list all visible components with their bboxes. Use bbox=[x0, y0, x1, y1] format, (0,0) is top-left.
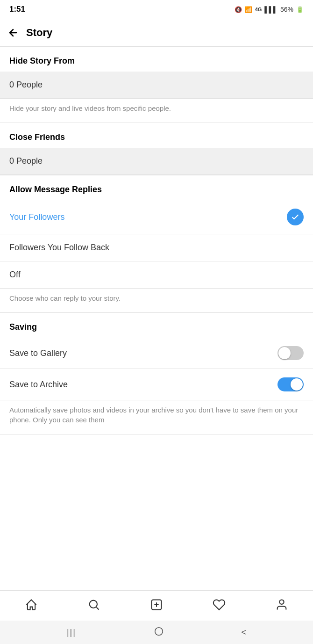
profile-icon bbox=[275, 598, 288, 613]
main-content: Hide Story From 0 People Hide your story… bbox=[0, 47, 313, 590]
search-icon bbox=[87, 598, 100, 613]
followers-you-follow-back-text: Followers You Follow Back bbox=[9, 243, 109, 253]
close-friends-label: Close Friends bbox=[9, 132, 65, 142]
page-title: Story bbox=[26, 27, 52, 39]
hide-story-people-item[interactable]: 0 People bbox=[0, 72, 313, 99]
allow-message-replies-description: Choose who can reply to your story. bbox=[0, 289, 313, 313]
bars-icon: ▌▌▌ bbox=[264, 6, 277, 13]
saving-section-header: Saving bbox=[0, 313, 313, 338]
nav-home[interactable] bbox=[0, 598, 63, 613]
save-to-gallery-toggle-knob bbox=[278, 347, 291, 359]
android-menu-button[interactable]: ||| bbox=[67, 628, 76, 637]
header: Story bbox=[0, 19, 313, 47]
save-to-gallery-item[interactable]: Save to Gallery bbox=[0, 338, 313, 369]
status-time: 1:51 bbox=[9, 5, 25, 14]
followers-you-follow-back-item[interactable]: Followers You Follow Back bbox=[0, 234, 313, 261]
nav-search[interactable] bbox=[63, 598, 125, 613]
selected-check-icon bbox=[287, 209, 304, 225]
signal-icon: 📶 bbox=[245, 6, 252, 13]
off-text: Off bbox=[9, 270, 21, 280]
svg-point-2 bbox=[279, 600, 284, 604]
svg-rect-3 bbox=[155, 627, 163, 635]
close-friends-section-header: Close Friends bbox=[0, 123, 313, 148]
add-icon bbox=[150, 598, 163, 613]
save-to-gallery-toggle[interactable] bbox=[277, 346, 304, 360]
android-home-button[interactable] bbox=[154, 626, 164, 639]
home-icon bbox=[25, 598, 38, 613]
save-to-archive-text: Save to Archive bbox=[9, 380, 68, 390]
android-nav-bar: ||| < bbox=[0, 621, 313, 644]
save-to-archive-toggle[interactable] bbox=[277, 377, 304, 391]
status-icons: 🔇 📶 4G ▌▌▌ 56% 🔋 bbox=[235, 6, 304, 13]
saving-description: Automatically save photos and videos in … bbox=[0, 400, 313, 434]
heart-icon bbox=[213, 598, 226, 613]
allow-message-replies-label: Allow Message Replies bbox=[9, 185, 102, 194]
status-bar: 1:51 🔇 📶 4G ▌▌▌ 56% 🔋 bbox=[0, 0, 313, 19]
android-back-button[interactable]: < bbox=[242, 628, 247, 637]
your-followers-text: Your Followers bbox=[9, 212, 64, 222]
back-button[interactable] bbox=[7, 27, 19, 38]
off-item[interactable]: Off bbox=[0, 261, 313, 289]
mute-icon: 🔇 bbox=[235, 6, 242, 13]
battery-text: 56% bbox=[280, 6, 293, 13]
hide-story-description: Hide your story and live videos from spe… bbox=[0, 99, 313, 123]
allow-message-replies-section-header: Allow Message Replies bbox=[0, 175, 313, 200]
your-followers-item[interactable]: Your Followers bbox=[0, 200, 313, 234]
nav-profile[interactable] bbox=[250, 598, 313, 613]
bottom-nav bbox=[0, 590, 313, 621]
network-icon: 4G bbox=[255, 7, 262, 12]
save-to-gallery-text: Save to Gallery bbox=[9, 348, 67, 358]
nav-heart[interactable] bbox=[188, 598, 250, 613]
close-friends-people-item[interactable]: 0 People bbox=[0, 148, 313, 175]
save-to-archive-item[interactable]: Save to Archive bbox=[0, 369, 313, 400]
close-friends-count: 0 People bbox=[9, 156, 43, 166]
save-to-archive-toggle-knob bbox=[291, 378, 303, 391]
hide-story-people-count: 0 People bbox=[9, 80, 43, 90]
hide-story-label: Hide Story From bbox=[9, 56, 75, 65]
svg-point-0 bbox=[90, 601, 97, 608]
battery-icon: 🔋 bbox=[296, 6, 304, 13]
nav-add[interactable] bbox=[125, 598, 188, 613]
saving-label: Saving bbox=[9, 322, 37, 332]
hide-story-section-header: Hide Story From bbox=[0, 47, 313, 72]
